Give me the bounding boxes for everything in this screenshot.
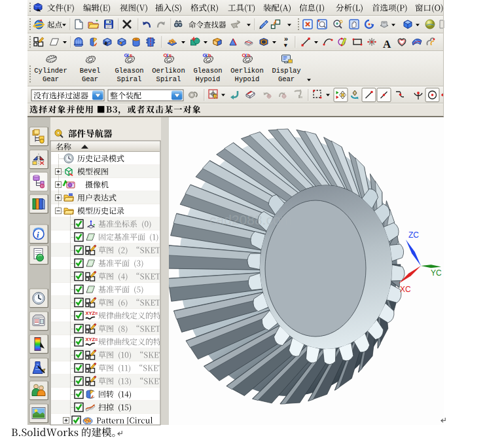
svg-text:XC: XC	[400, 285, 411, 294]
svg-text:s: s	[130, 52, 133, 58]
svg-text:Oerlikon: Oerlikon	[230, 67, 263, 75]
svg-text:Oerlikon: Oerlikon	[152, 67, 185, 75]
svg-text:Gleason: Gleason	[115, 67, 143, 75]
svg-text:Bevel: Bevel	[80, 67, 101, 75]
svg-text:Hypoid: Hypoid	[196, 75, 221, 83]
svg-text:h: h	[208, 52, 211, 58]
svg-text:Gleason: Gleason	[193, 67, 222, 75]
svg-text:Hypoid: Hypoid	[235, 75, 260, 83]
svg-text:Spiral: Spiral	[117, 75, 142, 83]
svg-text:ZC: ZC	[408, 230, 419, 240]
svg-text:i: i	[37, 230, 39, 240]
svg-text:Gear: Gear	[43, 75, 59, 83]
svg-text:▾: ▾	[283, 42, 287, 48]
svg-text:A: A	[383, 38, 391, 50]
svg-text:Gear: Gear	[278, 75, 295, 83]
svg-text:Gear: Gear	[82, 75, 98, 83]
svg-text:YC: YC	[431, 268, 442, 278]
svg-text:h: h	[247, 52, 251, 58]
svg-text:XYZ=: XYZ=	[86, 310, 99, 316]
svg-text:cad2088.com: cad2088.com	[209, 212, 292, 227]
svg-text:Spiral: Spiral	[156, 75, 181, 83]
svg-text:XYZ=: XYZ=	[86, 337, 99, 342]
svg-text:Display: Display	[272, 67, 300, 75]
svg-text:s: s	[169, 52, 172, 58]
svg-text:Cylinder: Cylinder	[34, 67, 67, 75]
